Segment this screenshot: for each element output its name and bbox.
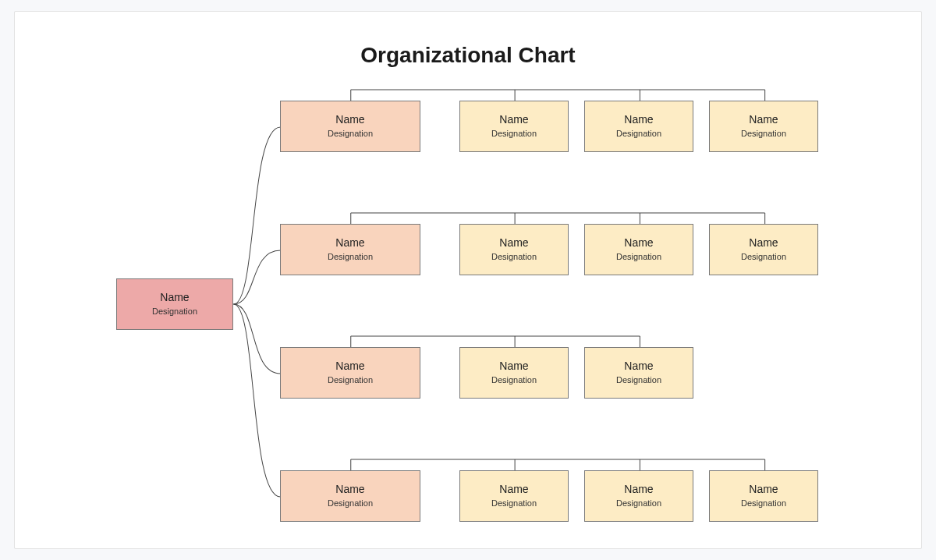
node-designation: Designation: [491, 498, 537, 509]
node-name: Name: [749, 236, 778, 250]
org-node-branch-3-lead[interactable]: Name Designation: [280, 347, 420, 399]
org-node-branch-3-child-2[interactable]: Name Designation: [584, 347, 693, 399]
node-name: Name: [499, 113, 528, 127]
node-name: Name: [624, 113, 653, 127]
org-node-branch-4-child-1[interactable]: Name Designation: [459, 470, 569, 522]
node-designation: Designation: [616, 129, 661, 140]
org-node-branch-4-child-2[interactable]: Name Designation: [584, 470, 693, 522]
chart-title: Organizational Chart: [15, 43, 921, 68]
org-node-branch-1-child-3[interactable]: Name Designation: [709, 101, 818, 152]
node-designation: Designation: [328, 498, 373, 509]
org-node-branch-2-child-2[interactable]: Name Designation: [584, 224, 693, 275]
org-chart-canvas: Organizational Chart: [14, 11, 922, 549]
node-name: Name: [335, 113, 364, 127]
node-name: Name: [335, 360, 364, 374]
org-node-branch-3-child-1[interactable]: Name Designation: [459, 347, 569, 399]
node-name: Name: [624, 360, 653, 374]
org-node-root[interactable]: Name Designation: [116, 278, 233, 330]
node-name: Name: [335, 483, 364, 497]
org-node-branch-2-child-3[interactable]: Name Designation: [709, 224, 818, 275]
node-designation: Designation: [491, 129, 537, 140]
node-designation: Designation: [152, 307, 197, 317]
node-designation: Designation: [491, 375, 537, 386]
node-designation: Designation: [491, 252, 537, 263]
node-name: Name: [499, 483, 528, 497]
node-designation: Designation: [328, 252, 373, 263]
node-designation: Designation: [741, 498, 786, 509]
org-node-branch-2-lead[interactable]: Name Designation: [280, 224, 420, 275]
node-designation: Designation: [741, 129, 786, 140]
node-name: Name: [624, 483, 653, 497]
node-designation: Designation: [616, 498, 661, 509]
node-name: Name: [624, 236, 653, 250]
org-node-branch-2-child-1[interactable]: Name Designation: [459, 224, 569, 275]
node-name: Name: [749, 113, 778, 127]
node-name: Name: [499, 236, 528, 250]
org-node-branch-1-lead[interactable]: Name Designation: [280, 101, 420, 152]
node-name: Name: [335, 236, 364, 250]
org-node-branch-4-child-3[interactable]: Name Designation: [709, 470, 818, 522]
org-node-branch-1-child-2[interactable]: Name Designation: [584, 101, 693, 152]
node-designation: Designation: [328, 129, 373, 140]
node-designation: Designation: [616, 252, 661, 263]
node-designation: Designation: [616, 375, 661, 386]
node-designation: Designation: [741, 252, 786, 263]
org-node-branch-1-child-1[interactable]: Name Designation: [459, 101, 569, 152]
node-name: Name: [499, 360, 528, 374]
org-node-branch-4-lead[interactable]: Name Designation: [280, 470, 420, 522]
node-designation: Designation: [328, 375, 373, 386]
node-name: Name: [160, 291, 189, 305]
node-name: Name: [749, 483, 778, 497]
